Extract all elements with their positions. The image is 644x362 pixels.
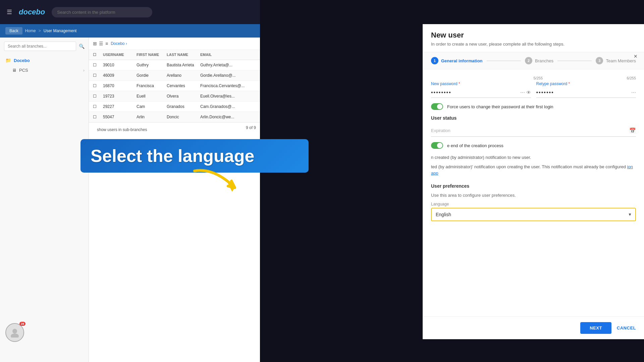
- sidebar-item-docebo[interactable]: 📁 Docebo: [4, 55, 85, 66]
- cancel-button[interactable]: CANCEL: [617, 325, 636, 330]
- col-lastname: LAST NAME: [167, 53, 200, 57]
- select-all-checkbox[interactable]: ☐: [93, 53, 103, 57]
- table-header: ☐ USERNAME FIRST NAME LAST NAME EMAIL: [89, 50, 260, 60]
- col-firstname: FIRST NAME: [137, 53, 167, 57]
- char-count-right: 6/255: [627, 76, 636, 80]
- retype-password-icons: ⋯: [631, 90, 636, 95]
- tutorial-text: Select the language: [91, 146, 254, 166]
- calendar-icon[interactable]: 📅: [629, 127, 636, 134]
- step-divider-1: [487, 61, 521, 61]
- step-2-label: Branches: [535, 58, 553, 63]
- sidebar-search-input[interactable]: [4, 42, 76, 51]
- sidebar-item-pcs[interactable]: 🖥 PCS ›: [4, 66, 85, 75]
- docebo-filter-label[interactable]: Docebo ›: [111, 41, 127, 46]
- top-navigation: ☰ docebo: [0, 0, 260, 24]
- step-divider-2: [557, 61, 592, 61]
- folder-icon: 📁: [5, 58, 11, 63]
- new-password-field: •••••••• ⋯ 👁: [431, 87, 531, 98]
- table-row[interactable]: ☐ 29227 Cam Granados Cam.Granados@...: [89, 102, 260, 112]
- user-status-title: User status: [431, 115, 636, 121]
- back-button[interactable]: Back: [5, 27, 22, 35]
- new-user-panel: × New user In order to create a new user…: [423, 24, 644, 339]
- sidebar: 🔍 📁 Docebo 🖥 PCS ›: [0, 38, 89, 362]
- panel-footer: NEXT CANCEL: [423, 316, 644, 339]
- monitor-icon: 🖥: [12, 68, 16, 73]
- notification-text-2: n created (by administrator) notificatio…: [431, 154, 636, 161]
- force-change-row: Force users to change their password at …: [431, 103, 636, 110]
- step-1-number: 1: [431, 57, 438, 64]
- list-view-icon[interactable]: ☰: [99, 41, 103, 46]
- next-button[interactable]: NEXT: [580, 322, 611, 334]
- expiration-field[interactable]: Expiration 📅: [431, 125, 636, 137]
- user-preferences-section: User preferences Use this area to config…: [431, 183, 636, 221]
- notification-toggle-label: e end of the creation process: [447, 143, 503, 148]
- language-select-wrapper: English Spanish French German Italian Po…: [431, 208, 636, 221]
- step-team-members[interactable]: 3 Team Members: [596, 57, 636, 64]
- new-password-label: New password: [431, 81, 531, 86]
- notification-toggle-row: e end of the creation process: [431, 142, 636, 149]
- table-row[interactable]: ☐ 55047 Arlin Doncic Arlin.Doncic@we...: [89, 112, 260, 122]
- col-email: EMAIL: [200, 53, 254, 57]
- preferences-title: User preferences: [431, 183, 636, 189]
- table-row[interactable]: ☐ 39010 Guthry Bautista Arrieta Guthry.A…: [89, 60, 260, 70]
- panel-header: New user In order to create a new user, …: [423, 24, 644, 52]
- retype-password-field: ••••••• ⋯: [536, 87, 636, 98]
- col-username: USERNAME: [103, 53, 137, 57]
- sidebar-sub-label: PCS: [19, 68, 28, 73]
- step-branches[interactable]: 2 Branches: [525, 57, 553, 64]
- steps-bar: 1 General information 2 Branches 3 Team …: [423, 52, 644, 69]
- show-users-label[interactable]: show users in sub-branches: [93, 125, 151, 134]
- breadcrumb-home[interactable]: Home: [25, 28, 36, 33]
- force-change-toggle[interactable]: [431, 103, 443, 110]
- retype-password-dots: •••••••: [536, 89, 554, 96]
- force-change-label: Force users to change their password at …: [447, 104, 553, 109]
- password-eye-icon[interactable]: 👁: [526, 90, 531, 95]
- char-count-left: 5/255: [534, 76, 543, 80]
- chevron-right-icon: ›: [83, 68, 85, 73]
- password-icons: ⋯ 👁: [520, 90, 531, 95]
- tutorial-banner: Select the language: [80, 139, 309, 173]
- password-show-icon[interactable]: ⋯: [520, 90, 525, 95]
- close-button[interactable]: ×: [632, 52, 639, 61]
- expiration-placeholder: Expiration: [431, 128, 450, 133]
- avatar: [5, 323, 24, 342]
- step-1-label: General information: [441, 58, 483, 63]
- breadcrumb-bar: Back Home > User Management: [0, 24, 260, 38]
- svg-point-0: [12, 329, 17, 334]
- password-row: New password •••••••• ⋯ 👁 Retype passwor…: [431, 81, 636, 98]
- table-row[interactable]: ☐ 19723 Euell Olvera Euell.Olvera@les...: [89, 91, 260, 102]
- retype-show-icon[interactable]: ⋯: [631, 90, 636, 95]
- panel-body: 5/255 6/255 New password •••••••• ⋯ 👁 Re…: [423, 69, 644, 316]
- pagination-count: 9 of 9: [246, 125, 256, 134]
- avatar-wrapper[interactable]: 28: [5, 323, 24, 342]
- filter-icon[interactable]: ≡: [105, 41, 108, 46]
- step-general-info[interactable]: 1 General information: [431, 57, 483, 64]
- hamburger-icon[interactable]: ☰: [7, 8, 12, 16]
- search-input[interactable]: [52, 7, 152, 17]
- sidebar-search-wrapper: 🔍: [4, 42, 85, 51]
- sidebar-item-label: Docebo: [14, 58, 30, 63]
- breadcrumb-separator: >: [39, 28, 41, 33]
- svg-point-1: [11, 334, 19, 338]
- language-select[interactable]: English Spanish French German Italian Po…: [432, 208, 635, 221]
- password-dots: ••••••••: [431, 89, 451, 96]
- notification-toggle[interactable]: [431, 142, 443, 149]
- panel-title: New user: [431, 31, 636, 40]
- table-footer: show users in sub-branches 9 of 9: [89, 122, 260, 137]
- notification-text-3: ted (by administrator)' notification upo…: [431, 164, 636, 177]
- table-row[interactable]: ☐ 16870 Francisca Cervantes Francisca.Ce…: [89, 81, 260, 91]
- main-content: ⊞ ☰ ≡ Docebo › ☐ USERNAME FIRST NAME LAS…: [89, 38, 260, 362]
- preferences-description: Use this area to configure user preferen…: [431, 193, 636, 198]
- breadcrumb-current: User Management: [44, 28, 77, 33]
- new-password-group: New password •••••••• ⋯ 👁: [431, 81, 531, 98]
- retype-password-label: Retype password: [536, 81, 636, 86]
- search-icon[interactable]: 🔍: [79, 44, 85, 49]
- view-toggle: ⊞ ☰ ≡: [93, 41, 108, 46]
- step-3-number: 3: [596, 57, 603, 64]
- grid-view-icon[interactable]: ⊞: [93, 41, 97, 46]
- table-row[interactable]: ☐ 46009 Gordie Arellano Gordie.Arellano@…: [89, 70, 260, 81]
- logo: docebo: [19, 8, 45, 16]
- language-label: Language: [431, 202, 636, 206]
- step-2-number: 2: [525, 57, 532, 64]
- notification-badge: 28: [19, 322, 25, 326]
